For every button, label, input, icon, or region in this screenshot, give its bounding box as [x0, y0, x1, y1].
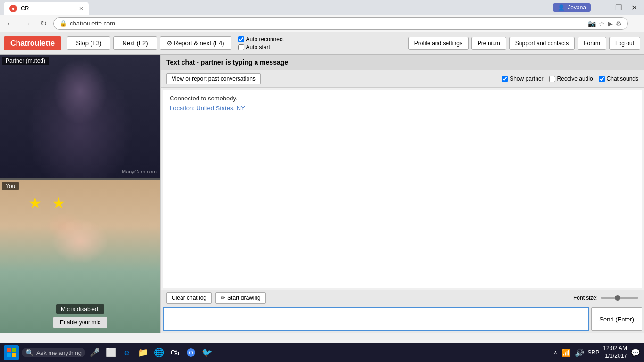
- partner-label: Partner (muted): [2, 57, 49, 65]
- forum-button[interactable]: Forum: [578, 37, 606, 50]
- forward-button[interactable]: →: [21, 18, 34, 29]
- address-bar[interactable]: 🔒 chatroulette.com 📷 ☆ ▶ ⚙: [53, 17, 628, 30]
- report-button[interactable]: ⊘ Report & next (F4): [160, 36, 231, 50]
- taskbar-search-text: Ask me anything: [36, 349, 82, 356]
- auto-start-checkbox[interactable]: [238, 44, 244, 50]
- chat-sounds-label: Chat sounds: [607, 75, 638, 82]
- chat-sounds-checkbox[interactable]: [599, 76, 605, 82]
- app-header: Chatroulette Stop (F3) Next (F2) ⊘ Repor…: [0, 32, 644, 55]
- chat-input[interactable]: [163, 307, 589, 331]
- show-partner-option[interactable]: Show partner: [502, 75, 543, 82]
- extension-icon[interactable]: ▶: [608, 20, 613, 27]
- tab-close-btn[interactable]: ×: [79, 5, 83, 12]
- svg-point-6: [190, 351, 192, 354]
- browser-addressbar: ← → ↻ 🔒 chatroulette.com 📷 ☆ ▶ ⚙ ⋮: [0, 15, 644, 32]
- taskbar-time: 12:02 AM 1/1/2017: [603, 345, 627, 360]
- main-content: Partner (muted) ManyСam.com You ★ ★ Mic …: [0, 55, 644, 333]
- tab-favicon: ●: [9, 5, 17, 12]
- store-icon[interactable]: 🛍: [168, 346, 182, 359]
- close-btn[interactable]: ✕: [628, 2, 640, 13]
- chat-sounds-option[interactable]: Chat sounds: [599, 75, 638, 82]
- edge-icon[interactable]: e: [120, 346, 133, 359]
- chat-msg-connected: Connected to somebody.: [170, 95, 635, 102]
- partner-video: Partner (muted) ManyСam.com: [0, 55, 160, 178]
- taskbar: 🔍 Ask me anything 🎤 ⬜ e 📁 🌐 🛍 🐦 ∧ 📶 🔊 SR…: [0, 343, 644, 362]
- chat-input-area: Send (Enter): [161, 305, 644, 333]
- view-past-button[interactable]: View or report past conversations: [166, 73, 261, 84]
- camera-icon[interactable]: 📷: [588, 20, 596, 27]
- notification-icon[interactable]: 💬: [631, 348, 640, 357]
- mic-taskbar-icon[interactable]: 🎤: [88, 346, 101, 359]
- enable-mic-button[interactable]: Enable your mic: [53, 317, 107, 328]
- user-account[interactable]: 👤 Jovana: [553, 3, 591, 12]
- browser-titlebar: ● CR × 👤 Jovana — ❐ ✕: [0, 0, 644, 15]
- minimize-btn[interactable]: —: [595, 2, 609, 13]
- you-label: You: [2, 182, 19, 190]
- chat-panel: Text chat - partner is typing a message …: [160, 55, 644, 333]
- volume-icon[interactable]: 🔊: [575, 348, 584, 357]
- font-size-slider-thumb: [615, 295, 620, 301]
- logout-button[interactable]: Log out: [609, 37, 640, 50]
- clear-chat-button[interactable]: Clear chat log: [166, 292, 212, 304]
- task-view-icon[interactable]: ⬜: [104, 346, 117, 359]
- auto-start-item[interactable]: Auto start: [238, 44, 284, 50]
- report-icon: ⊘: [167, 40, 172, 47]
- draw-button[interactable]: ✏ Start drawing: [215, 292, 266, 304]
- receive-audio-checkbox[interactable]: [549, 76, 555, 82]
- font-size-control: Font size:: [573, 295, 638, 301]
- report-label: Report & next (F4): [174, 40, 224, 47]
- explorer-icon[interactable]: 📁: [136, 346, 149, 359]
- auto-reconnect-item[interactable]: Auto reconnect: [238, 36, 284, 42]
- chrome-icon[interactable]: [184, 346, 198, 359]
- user-name: Jovana: [568, 4, 586, 11]
- user-icon-symbol: 👤: [558, 4, 565, 11]
- partner-video-placeholder: [0, 55, 160, 178]
- language-label: SRP: [588, 349, 600, 356]
- custom-app-icon[interactable]: 🐦: [200, 346, 214, 359]
- receive-audio-option[interactable]: Receive audio: [549, 75, 593, 82]
- mic-disabled-label: Mic is disabled.: [56, 304, 104, 314]
- tab-favicon-icon: ●: [12, 6, 15, 11]
- partner-video-content: [0, 55, 160, 178]
- receive-audio-label: Receive audio: [557, 75, 593, 82]
- chat-msg-location: Location: United States, NY: [170, 105, 635, 112]
- window-controls: — ❐ ✕: [595, 2, 640, 13]
- video-panel: Partner (muted) ManyСam.com You ★ ★ Mic …: [0, 55, 160, 333]
- video-watermark: ManyСam.com: [122, 169, 157, 174]
- browser-tabs: ● CR ×: [4, 0, 89, 15]
- browser-tab-active[interactable]: ● CR ×: [4, 2, 89, 15]
- support-button[interactable]: Support and contacts: [509, 37, 575, 50]
- auto-reconnect-label: Auto reconnect: [246, 36, 284, 42]
- show-partner-checkbox[interactable]: [502, 76, 508, 82]
- chat-bottom-bar: Clear chat log ✏ Start drawing Font size…: [161, 290, 644, 305]
- more-icon[interactable]: ⚙: [616, 20, 622, 27]
- next-button[interactable]: Next (F2): [113, 36, 157, 50]
- header-right-buttons: Profile and settings Premium Support and…: [408, 37, 640, 50]
- profile-button[interactable]: Profile and settings: [408, 37, 469, 50]
- auto-reconnect-checkbox[interactable]: [238, 36, 244, 42]
- menu-icon[interactable]: ⋮: [632, 18, 640, 29]
- network-icon: 📶: [561, 348, 571, 357]
- stop-button[interactable]: Stop (F3): [67, 36, 110, 50]
- refresh-button[interactable]: ↻: [38, 18, 50, 29]
- chat-options: Show partner Receive audio Chat sounds: [502, 75, 638, 82]
- svg-rect-1: [12, 348, 16, 352]
- send-button[interactable]: Send (Enter): [591, 307, 642, 331]
- chat-header: Text chat - partner is typing a message: [161, 55, 644, 70]
- font-size-slider[interactable]: [601, 297, 638, 299]
- bookmark-icon[interactable]: ☆: [599, 20, 605, 27]
- time-display: 12:02 AM: [603, 345, 627, 353]
- you-video: You ★ ★ Mic is disabled. Enable your mic: [0, 180, 160, 333]
- premium-button[interactable]: Premium: [471, 37, 506, 50]
- chrome-logo-icon: [186, 348, 196, 357]
- taskbar-chevron[interactable]: ∧: [553, 349, 558, 356]
- tab-title: CR: [21, 5, 29, 12]
- edge2-icon[interactable]: 🌐: [152, 346, 165, 359]
- star-decoration-left: ★: [28, 194, 42, 212]
- chat-area: Connected to somebody. Location: United …: [163, 90, 642, 288]
- svg-rect-0: [7, 348, 11, 352]
- maximize-btn[interactable]: ❐: [612, 2, 625, 13]
- start-button[interactable]: [4, 345, 19, 360]
- taskbar-search-area[interactable]: 🔍 Ask me anything: [22, 348, 85, 357]
- back-button[interactable]: ←: [4, 18, 17, 29]
